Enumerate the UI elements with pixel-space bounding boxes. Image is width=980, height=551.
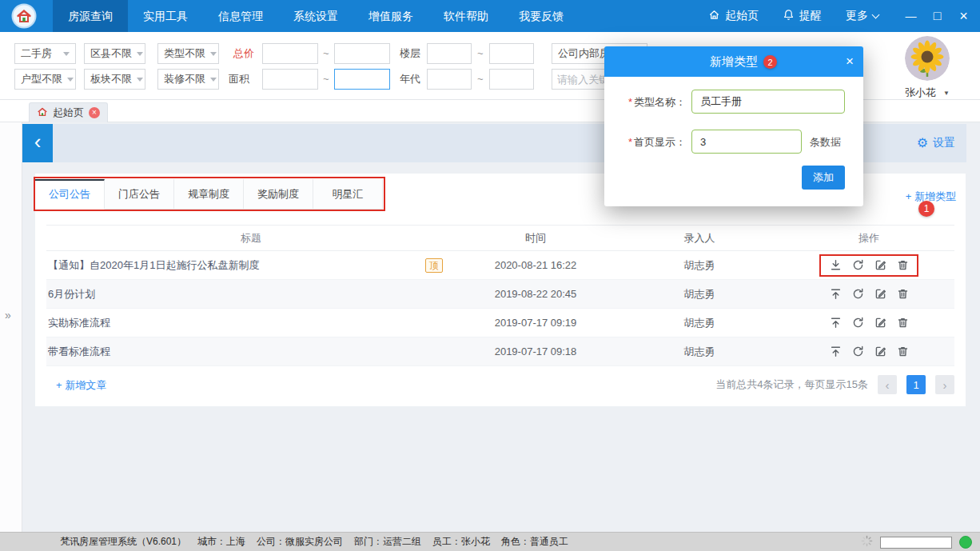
tab-store-announcements[interactable]: 门店公告 — [105, 179, 174, 210]
property-type-select[interactable]: 类型不限 — [157, 43, 219, 64]
area-max-input[interactable] — [334, 69, 390, 90]
avatar[interactable] — [905, 36, 950, 81]
pin-top-icon[interactable] — [828, 345, 843, 359]
pin-top-icon[interactable] — [828, 287, 843, 301]
menu-item-software-help[interactable]: 软件帮助 — [428, 0, 504, 32]
pin-top-icon[interactable] — [828, 316, 843, 330]
area-min-input[interactable] — [262, 69, 318, 90]
delete-icon[interactable] — [895, 287, 910, 301]
menu-item-tools[interactable]: 实用工具 — [128, 0, 203, 32]
menu-item-listing-search[interactable]: 房源查询 — [53, 0, 128, 32]
menu-item-system-settings[interactable]: 系统设置 — [278, 0, 353, 32]
refresh-icon[interactable] — [851, 258, 865, 273]
status-bar-right — [861, 533, 972, 551]
district-select[interactable]: 区县不限 — [84, 43, 145, 64]
delete-icon[interactable] — [895, 258, 910, 273]
price-max-input[interactable] — [334, 43, 390, 64]
row-person: 胡志勇 — [615, 258, 783, 273]
tab-close-icon[interactable]: × — [89, 107, 100, 118]
dialog-close-icon[interactable]: × — [846, 46, 854, 77]
header-ops: 操作 — [783, 231, 954, 246]
cancel-pin-icon[interactable] — [828, 258, 843, 273]
floor-min-input[interactable] — [427, 43, 472, 64]
prev-page-button[interactable]: ‹ — [878, 375, 897, 394]
settings-button[interactable]: ⚙ 设置 — [917, 124, 955, 162]
table-row: 6月份计划 2019-08-22 20:45 胡志勇 — [46, 280, 954, 309]
select-caret-icon — [67, 78, 74, 82]
type-name-input[interactable] — [691, 90, 845, 114]
pinned-badge: 顶 — [425, 258, 443, 273]
row-person: 胡志勇 — [615, 287, 783, 301]
annotation-step-1-badge: 1 — [918, 201, 934, 217]
close-button[interactable]: × — [950, 0, 977, 32]
announcement-title[interactable]: 【通知】自2020年1月1日起施行公私盘新制度 — [48, 258, 259, 273]
tilde-separator: ~ — [323, 69, 329, 90]
year-label: 年代 — [400, 69, 420, 90]
display-count-input[interactable] — [691, 130, 802, 154]
refresh-icon[interactable] — [851, 287, 865, 301]
status-role: 角色：普通员工 — [501, 535, 568, 549]
tab-rewards[interactable]: 奖励制度 — [244, 179, 313, 210]
edit-icon[interactable] — [873, 287, 887, 301]
row-person: 胡志勇 — [615, 345, 783, 359]
delete-icon[interactable] — [895, 316, 910, 330]
row-time: 2019-07-17 09:19 — [456, 317, 615, 329]
table-row: 实勘标准流程 2019-07-17 09:19 胡志勇 — [46, 309, 954, 337]
maximize-button[interactable]: □ — [924, 0, 950, 32]
status-city: 城市：上海 — [197, 535, 245, 549]
year-max-input[interactable] — [489, 69, 534, 90]
select-caret-icon — [63, 52, 70, 56]
menu-item-info-management[interactable]: 信息管理 — [203, 0, 278, 32]
refresh-icon[interactable] — [851, 345, 865, 359]
block-select[interactable]: 板块不限 — [84, 69, 145, 90]
menu-item-value-services[interactable]: 增值服务 — [353, 0, 428, 32]
spinner-icon — [861, 535, 873, 549]
decoration-select[interactable]: 装修不限 — [157, 69, 219, 90]
year-min-input[interactable] — [427, 69, 472, 90]
delete-icon[interactable] — [895, 345, 910, 359]
tab-start-page[interactable]: 起始页 × — [29, 102, 108, 122]
edit-icon[interactable] — [873, 258, 887, 273]
gear-icon: ⚙ — [917, 137, 928, 150]
listing-type-select[interactable]: 二手房 — [14, 43, 76, 64]
refresh-icon[interactable] — [851, 316, 865, 330]
select-caret-icon — [210, 52, 217, 56]
reminder-label: 提醒 — [799, 9, 822, 23]
announcement-title[interactable]: 实勘标准流程 — [48, 316, 110, 330]
table-row: 【通知】自2020年1月1日起施行公私盘新制度 顶 2020-08-21 16:… — [46, 251, 954, 280]
announcement-title[interactable]: 6月份计划 — [48, 287, 95, 301]
annotation-step-2-badge: 2 — [763, 55, 777, 69]
expand-sidebar-icon[interactable]: » — [5, 309, 11, 321]
main-menu: 房源查询 实用工具 信息管理 系统设置 增值服务 软件帮助 我要反馈 — [53, 0, 579, 32]
progress-bar — [880, 537, 952, 549]
home-page-button[interactable]: 起始页 — [708, 9, 759, 23]
tab-rules[interactable]: 规章制度 — [174, 179, 244, 210]
table-row: 带看标准流程 2019-07-17 09:18 胡志勇 — [46, 337, 954, 366]
left-collapse-rail: » — [0, 122, 22, 532]
edit-icon[interactable] — [873, 345, 887, 359]
more-menu-button[interactable]: 更多 — [846, 9, 878, 23]
layout-select[interactable]: 户型不限 — [14, 69, 76, 90]
reminder-button[interactable]: 提醒 — [783, 9, 822, 23]
app-logo-icon — [11, 3, 37, 29]
table-header: 标题 时间 录入人 操作 — [46, 225, 954, 251]
category-tabs: 公司公告 门店公告 规章制度 奖励制度 明星汇 — [35, 179, 383, 210]
submit-add-button[interactable]: 添加 — [802, 166, 845, 190]
announcement-title[interactable]: 带看标准流程 — [48, 345, 110, 359]
app-window: 房源查询 实用工具 信息管理 系统设置 增值服务 软件帮助 我要反馈 起始页 提… — [0, 0, 980, 551]
tab-stars[interactable]: 明星汇 — [313, 179, 383, 210]
user-menu[interactable]: 张小花 ▼ — [889, 86, 966, 100]
back-button[interactable]: ‹ — [22, 124, 53, 162]
tab-company-announcements[interactable]: 公司公告 — [35, 179, 105, 210]
next-page-button[interactable]: › — [935, 375, 954, 394]
add-article-button[interactable]: + 新增文章 — [56, 378, 106, 393]
minimize-button[interactable]: — — [898, 0, 924, 32]
page-1-button[interactable]: 1 — [906, 375, 926, 394]
floor-max-input[interactable] — [489, 43, 534, 64]
tilde-separator: ~ — [477, 69, 484, 90]
menu-item-feedback[interactable]: 我要反馈 — [504, 0, 579, 32]
edit-icon[interactable] — [873, 316, 887, 330]
row-time: 2019-07-17 09:18 — [456, 345, 615, 357]
select-caret-icon — [137, 52, 143, 56]
price-min-input[interactable] — [262, 43, 318, 64]
